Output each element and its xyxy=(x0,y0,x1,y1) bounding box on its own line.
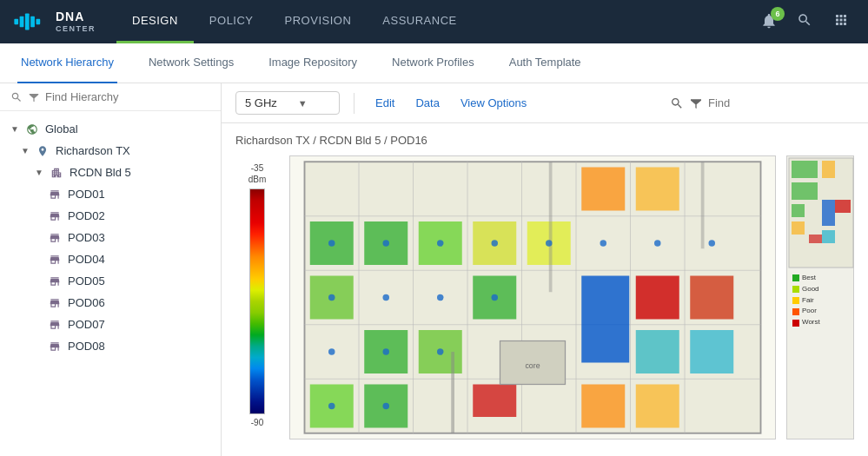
svg-point-50 xyxy=(383,294,390,301)
view-options-button[interactable]: View Options xyxy=(454,93,533,113)
svg-point-49 xyxy=(328,294,335,301)
sidebar-search-icon xyxy=(10,91,23,103)
svg-rect-68 xyxy=(809,235,822,243)
svg-rect-38 xyxy=(451,352,454,433)
svg-point-44 xyxy=(492,240,499,247)
subnav-network-hierarchy[interactable]: Network Hierarchy xyxy=(17,43,117,83)
edit-button[interactable]: Edit xyxy=(368,93,401,113)
svg-rect-65 xyxy=(835,200,851,213)
pod05-label: POD05 xyxy=(68,274,105,287)
tree-item-pod08[interactable]: POD08 xyxy=(0,335,221,357)
svg-rect-33 xyxy=(690,276,733,320)
cisco-logo: DNA CENTER xyxy=(14,10,96,34)
filter-icon xyxy=(28,91,40,103)
notification-count: 6 xyxy=(771,7,785,21)
nav-right-controls: 6 xyxy=(757,7,854,36)
nav-assurance[interactable]: ASSURANCE xyxy=(367,0,472,43)
svg-point-51 xyxy=(437,294,444,301)
legend-dot-lime xyxy=(792,286,799,293)
data-button[interactable]: Data xyxy=(408,93,446,113)
svg-rect-69 xyxy=(822,230,835,243)
top-navigation: DNA CENTER DESIGN POLICY PROVISION ASSUR… xyxy=(0,0,868,43)
global-label: Global xyxy=(45,122,78,135)
sidebar: ▼ Global ▼ Richardson TX ▼ RCDN Bld 5 PO… xyxy=(0,83,222,456)
tree-item-pod02[interactable]: POD02 xyxy=(0,205,221,227)
global-icon xyxy=(26,123,38,135)
nav-design[interactable]: DESIGN xyxy=(116,0,194,43)
pod08-label: POD08 xyxy=(68,340,105,353)
svg-point-46 xyxy=(600,240,607,247)
tree-item-pod07[interactable]: POD07 xyxy=(0,314,221,335)
floor-icon xyxy=(49,340,61,353)
nav-policy[interactable]: POLICY xyxy=(194,0,269,43)
hierarchy-tree: ▼ Global ▼ Richardson TX ▼ RCDN Bld 5 PO… xyxy=(0,111,221,456)
tree-item-rcdn-bld5[interactable]: ▼ RCDN Bld 5 xyxy=(0,162,221,183)
pod02-label: POD02 xyxy=(68,209,105,222)
svg-text:core: core xyxy=(525,361,540,370)
svg-rect-62 xyxy=(822,161,835,178)
tree-item-pod05[interactable]: POD05 xyxy=(0,270,221,292)
svg-rect-4 xyxy=(36,19,41,24)
notification-button[interactable]: 6 xyxy=(757,9,781,36)
tree-item-pod03[interactable]: POD03 xyxy=(0,227,221,248)
svg-point-48 xyxy=(709,240,716,247)
svg-point-47 xyxy=(654,240,661,247)
heat-scale-bar xyxy=(249,188,265,414)
legend-item-poor: Poor xyxy=(792,306,848,317)
svg-rect-39 xyxy=(549,162,553,292)
tree-item-global[interactable]: ▼ Global xyxy=(0,118,221,140)
legend-dot-yellow xyxy=(792,297,799,304)
svg-point-55 xyxy=(437,348,444,355)
mini-map-legend: Best Good Fair xyxy=(787,269,853,332)
svg-point-54 xyxy=(383,348,390,355)
toolbar-divider xyxy=(354,93,354,114)
svg-rect-26 xyxy=(581,168,625,211)
mini-map-svg xyxy=(787,156,855,269)
svg-rect-0 xyxy=(14,19,18,24)
site-icon xyxy=(36,145,49,157)
svg-point-56 xyxy=(328,403,335,410)
svg-rect-40 xyxy=(701,162,705,248)
svg-rect-28 xyxy=(581,385,625,428)
toolbar-search-icon xyxy=(670,96,684,110)
legend-item-fair: Fair xyxy=(792,295,848,307)
main-layout: ▼ Global ▼ Richardson TX ▼ RCDN Bld 5 PO… xyxy=(0,83,868,456)
svg-rect-63 xyxy=(792,182,818,200)
frequency-selector[interactable]: 5 GHz ▼ xyxy=(235,91,340,115)
svg-rect-1 xyxy=(20,17,24,28)
svg-point-45 xyxy=(546,240,553,247)
search-nav-icon xyxy=(797,12,812,28)
svg-rect-29 xyxy=(636,385,679,428)
subnav-network-profiles[interactable]: Network Profiles xyxy=(388,43,478,83)
subnav-image-repository[interactable]: Image Repository xyxy=(265,43,361,83)
legend-dot-orange xyxy=(792,308,799,315)
floor-icon xyxy=(49,275,61,287)
svg-rect-2 xyxy=(25,14,30,30)
floor-icon xyxy=(49,297,61,309)
tree-item-pod06[interactable]: POD06 xyxy=(0,292,221,314)
apps-button[interactable] xyxy=(828,7,854,36)
subnav-network-settings[interactable]: Network Settings xyxy=(145,43,237,83)
svg-point-42 xyxy=(383,240,390,247)
pod06-label: POD06 xyxy=(68,296,105,309)
subnav-auth-template[interactable]: Auth Template xyxy=(506,43,585,83)
nav-provision[interactable]: PROVISION xyxy=(269,0,368,43)
svg-rect-30 xyxy=(581,276,629,363)
map-container: Richardson TX / RCDN Bld 5 / POD16 -35dB… xyxy=(222,123,868,456)
map-find-input[interactable] xyxy=(708,96,854,109)
breadcrumb: Richardson TX / RCDN Bld 5 / POD16 xyxy=(235,134,854,147)
legend-item-worst: Worst xyxy=(792,317,848,328)
svg-point-41 xyxy=(328,240,335,247)
pod07-label: POD07 xyxy=(68,318,105,331)
floor-plan[interactable]: core xyxy=(289,155,776,439)
pod03-label: POD03 xyxy=(68,231,105,244)
svg-rect-31 xyxy=(636,276,679,320)
main-nav-items: DESIGN POLICY PROVISION ASSURANCE xyxy=(116,0,757,43)
search-button[interactable] xyxy=(792,7,818,36)
tree-item-pod01[interactable]: POD01 xyxy=(0,183,221,205)
svg-rect-27 xyxy=(636,168,679,211)
svg-point-57 xyxy=(383,403,390,410)
tree-item-richardson-tx[interactable]: ▼ Richardson TX xyxy=(0,140,221,162)
hierarchy-search-input[interactable] xyxy=(45,90,210,103)
tree-item-pod04[interactable]: POD04 xyxy=(0,248,221,270)
